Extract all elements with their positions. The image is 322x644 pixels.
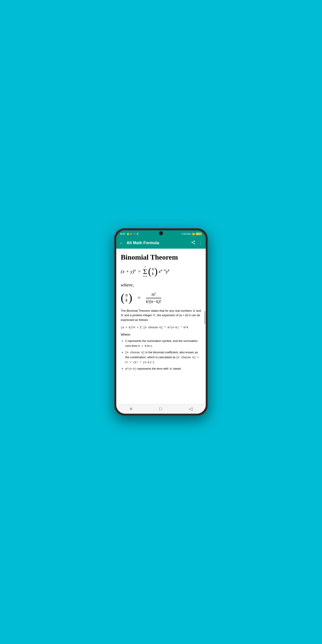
nk-formula: ( n k ) = n! k!(n−k)! bbox=[121, 291, 201, 304]
app-bar-actions: ⋮ bbox=[191, 240, 202, 246]
where-label: Where: bbox=[121, 333, 201, 336]
signal-bars: 📶 bbox=[192, 233, 195, 235]
notification-icon: 🔔 1 bbox=[126, 232, 132, 236]
scroll-indicator bbox=[204, 311, 205, 324]
home-nav-button[interactable]: □ bbox=[159, 406, 162, 412]
where-text: where, bbox=[121, 282, 201, 288]
binomial-formula: (x + y)n = n Σ k=0 ( n bbox=[121, 266, 201, 278]
description-text: The Binomial Theorem states that for any… bbox=[121, 308, 201, 322]
data-speed: 0.09 KB/s bbox=[182, 233, 191, 235]
content: Binomial Theorem (x + y)n = n Σ k=0 bbox=[116, 249, 206, 377]
formula-xterm: xn−kyk bbox=[158, 268, 170, 274]
nk-binom: ( n k ) bbox=[121, 292, 132, 303]
back-button[interactable]: ← bbox=[120, 240, 124, 246]
battery-indicator: 29⚡ bbox=[196, 232, 202, 235]
share-button[interactable] bbox=[191, 240, 196, 246]
code-formula: (a + b)^n = Σ [n choose k] * a^(n-k) * b… bbox=[121, 326, 201, 330]
status-time: 9:37 bbox=[120, 232, 125, 235]
page-title: Binomial Theorem bbox=[121, 253, 201, 262]
formula-equals: = bbox=[138, 268, 141, 274]
phone-frame: 9:37 🔔 1 👾 0 0.09 KB/s 📶 29⚡ ← All Math … bbox=[114, 228, 208, 416]
nav-bar: ≡ □ ◁ bbox=[116, 404, 206, 414]
binom-coeff: ( n k ) bbox=[148, 266, 158, 276]
app-bar: ← All Math Formula ⋮ bbox=[116, 237, 206, 249]
camera-notch bbox=[159, 231, 163, 235]
bullet-list: Σ represents the summation symbol, and t… bbox=[121, 338, 201, 371]
content-area[interactable]: Binomial Theorem (x + y)n = n Σ k=0 bbox=[116, 249, 206, 404]
fraction-numerator: n! bbox=[152, 291, 156, 297]
status-right: 0.09 KB/s 📶 29⚡ bbox=[182, 232, 202, 235]
list-item: a^(n-k) represents the term with 'a' rai… bbox=[125, 366, 201, 371]
more-options-button[interactable]: ⋮ bbox=[198, 240, 202, 245]
back-nav-button[interactable]: ◁ bbox=[189, 406, 192, 412]
nk-equals: = bbox=[138, 295, 141, 301]
status-left: 9:37 🔔 1 👾 0 bbox=[120, 232, 138, 236]
menu-nav-button[interactable]: ≡ bbox=[130, 406, 132, 412]
nk-fraction: n! k!(n−k)! bbox=[146, 291, 161, 304]
alien-icon: 👾 0 bbox=[133, 232, 138, 236]
sigma-symbol: n Σ k=0 bbox=[143, 266, 147, 278]
formula-xy: (x + y)n bbox=[121, 268, 136, 274]
list-item: [n choose k] is the binomial coefficient… bbox=[125, 350, 201, 365]
fraction-denominator: k!(n−k)! bbox=[146, 299, 161, 304]
list-item: Σ represents the summation symbol, and t… bbox=[125, 338, 201, 348]
app-bar-title: All Math Formula bbox=[126, 240, 188, 245]
main-formula: (x + y)n = n Σ k=0 ( n bbox=[121, 266, 201, 278]
